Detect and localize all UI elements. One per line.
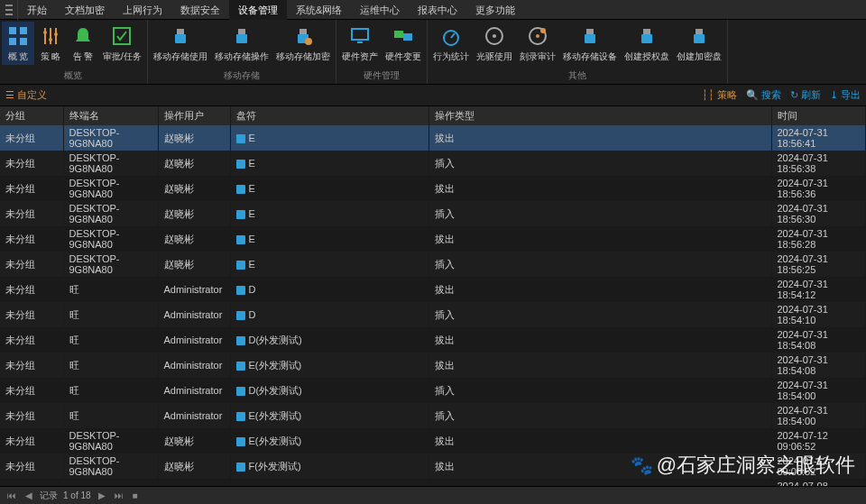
column-header[interactable]: 操作类型 [428, 106, 771, 125]
ribbon-item[interactable]: 移动存储操作 [211, 22, 272, 65]
svg-rect-20 [394, 31, 403, 38]
table-row[interactable]: 未分组DESKTOP-9G8NA80赵晓彬E拔出2024-07-31 18:56… [0, 125, 866, 151]
table-row[interactable]: 未分组DESKTOP-9G8NA80赵晓彬E拔出2024-07-31 18:56… [0, 226, 866, 252]
table-cell: DESKTOP-9G8NA80 [63, 151, 158, 176]
customize-button[interactable]: ☰ 自定义 [5, 88, 47, 102]
menubar-item[interactable]: 运维中心 [351, 0, 409, 20]
svg-rect-0 [9, 27, 16, 34]
table-row[interactable]: 未分组旺AdministratorE(外发测试)拔出2024-07-31 18:… [0, 353, 866, 378]
table-row[interactable]: 未分组旺AdministratorD拔出2024-07-08 17:22:36 [0, 479, 866, 486]
column-header[interactable]: 时间 [771, 106, 866, 125]
table-row[interactable]: 未分组旺AdministratorD(外发测试)插入2024-07-31 18:… [0, 378, 866, 403]
strategy-button[interactable]: ┆┆ 策略 [702, 88, 737, 102]
table-cell: 旺 [63, 479, 158, 486]
table-cell: 2024-07-31 18:56:41 [771, 125, 866, 151]
nav-last-button[interactable]: ⏭ [113, 490, 125, 500]
table-row[interactable]: 未分组DESKTOP-9G8NA80赵晓彬E(外发测试)拔出2024-07-12… [0, 428, 866, 454]
menubar-item[interactable]: 开始 [18, 0, 56, 20]
table-cell: 未分组 [0, 353, 63, 378]
menubar-item[interactable]: 数据安全 [171, 0, 229, 20]
ribbon-item[interactable]: 策 略 [34, 22, 67, 65]
ribbon-item[interactable]: 创建加密盘 [673, 22, 725, 65]
disc-icon [482, 23, 507, 49]
menubar-item[interactable]: 报表中心 [409, 0, 466, 20]
sliders-icon [38, 23, 63, 49]
column-header[interactable]: 盘符 [230, 106, 428, 125]
column-header[interactable]: 终端名 [63, 106, 158, 125]
table-row[interactable]: 未分组DESKTOP-9G8NA80赵晓彬E拔出2024-07-31 18:56… [0, 176, 866, 201]
usb-icon [686, 23, 712, 49]
table-row[interactable]: 未分组旺AdministratorD拔出2024-07-31 18:54:12 [0, 277, 866, 302]
table-cell: 旺 [63, 403, 158, 428]
ribbon-item[interactable]: 光驱使用 [473, 22, 516, 65]
table-cell: 拔出 [428, 454, 771, 479]
menubar-item[interactable]: 文档加密 [56, 0, 114, 20]
menubar-item[interactable]: 上网行为 [114, 0, 171, 20]
refresh-button[interactable]: ↻ 刷新 [790, 88, 821, 102]
ribbon-item[interactable]: 概 览 [2, 22, 34, 65]
nav-first-button[interactable]: ⏮ [5, 490, 18, 500]
ribbon-group-label: 概览 [0, 68, 147, 84]
ribbon-item[interactable]: 刻录审计 [516, 22, 559, 65]
table-cell: 赵晓彬 [158, 226, 230, 252]
app-menu-button[interactable] [0, 0, 18, 20]
table-row[interactable]: 未分组旺AdministratorD插入2024-07-31 18:54:10 [0, 302, 866, 327]
table-cell: 未分组 [0, 378, 63, 403]
table-cell: 赵晓彬 [158, 428, 230, 454]
ribbon-item[interactable]: 行为统计 [429, 22, 473, 65]
table-cell: E [230, 176, 428, 201]
ribbon-item[interactable]: 审批/任务 [99, 22, 145, 65]
table-row[interactable]: 未分组DESKTOP-9G8NA80赵晓彬E插入2024-07-31 18:56… [0, 201, 866, 226]
svg-point-7 [43, 31, 47, 34]
table-row[interactable]: 未分组旺AdministratorE(外发测试)插入2024-07-31 18:… [0, 403, 866, 428]
refresh-label: 刷新 [801, 88, 821, 102]
search-button[interactable]: 🔍 搜索 [746, 88, 781, 102]
ribbon-item[interactable]: 移动存储设备 [559, 22, 621, 65]
ribbon-item[interactable]: 硬件资产 [338, 22, 382, 65]
column-header[interactable]: 操作用户 [158, 106, 230, 125]
table-cell: E(外发测试) [230, 428, 428, 454]
usb-icon [236, 134, 245, 143]
table-cell: E [230, 252, 428, 277]
nav-stop-button[interactable]: ■ [131, 490, 140, 500]
table-cell: 拔出 [428, 226, 771, 252]
table-cell: Administrator [158, 302, 230, 327]
usb-icon [236, 185, 245, 194]
usb-icon [236, 286, 245, 295]
ribbon-item[interactable]: 告 警 [67, 22, 99, 65]
grid-icon [5, 23, 31, 49]
menubar-item[interactable]: 设备管理 [229, 0, 287, 21]
ribbon-item[interactable]: 创建授权盘 [621, 22, 673, 65]
svg-rect-29 [586, 29, 594, 34]
ribbon-item-label: 移动存储使用 [153, 50, 207, 63]
usb-icon [577, 23, 603, 49]
table-cell: 未分组 [0, 125, 63, 151]
menubar-item[interactable]: 系统&网络 [287, 0, 351, 20]
nav-next-button[interactable]: ▶ [97, 490, 107, 500]
menubar-item[interactable]: 更多功能 [466, 0, 524, 20]
table-header-row: 分组终端名操作用户盘符操作类型时间 [0, 106, 866, 125]
ribbon-item[interactable]: 硬件变更 [382, 22, 425, 65]
nav-prev-button[interactable]: ◀ [23, 490, 34, 500]
table-cell: 插入 [428, 201, 771, 226]
table-cell: F(外发测试) [230, 454, 428, 479]
table-cell: 拔出 [428, 428, 771, 454]
export-button[interactable]: ⤓ 导出 [830, 88, 861, 102]
table-cell: 未分组 [0, 201, 63, 226]
table-cell: 未分组 [0, 151, 63, 176]
table-row[interactable]: 未分组DESKTOP-9G8NA80赵晓彬E插入2024-07-31 18:56… [0, 151, 866, 176]
table-row[interactable]: 未分组旺AdministratorD(外发测试)拔出2024-07-31 18:… [0, 327, 866, 353]
ribbon-item[interactable]: 移动存储使用 [150, 22, 211, 65]
table-cell: 2024-07-12 09:06:52 [771, 454, 866, 479]
table-cell: 赵晓彬 [158, 201, 230, 226]
table-cell: 2024-07-31 18:54:10 [771, 302, 866, 327]
table-row[interactable]: 未分组DESKTOP-9G8NA80赵晓彬F(外发测试)拔出2024-07-12… [0, 454, 866, 479]
usb-icon [229, 23, 254, 49]
column-header[interactable]: 分组 [0, 106, 63, 125]
ribbon-item-label: 策 略 [41, 50, 61, 63]
ribbon-item[interactable]: 移动存储加密 [272, 22, 334, 65]
usb-icon [168, 23, 193, 49]
table-cell: 未分组 [0, 428, 63, 454]
table-cell: 2024-07-31 18:56:28 [771, 226, 866, 252]
table-row[interactable]: 未分组DESKTOP-9G8NA80赵晓彬E插入2024-07-31 18:56… [0, 252, 866, 277]
